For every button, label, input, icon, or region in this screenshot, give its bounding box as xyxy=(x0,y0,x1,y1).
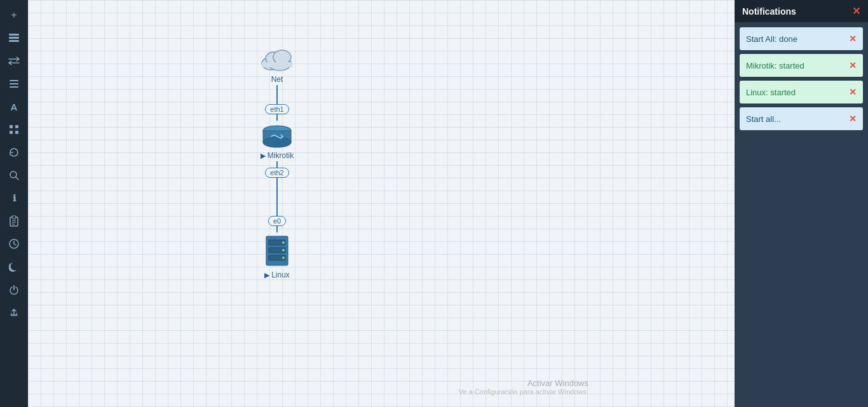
power-icon[interactable] xyxy=(3,279,25,300)
export-icon[interactable] xyxy=(3,302,25,323)
notification-close-3[interactable]: ✕ xyxy=(849,87,857,97)
watermark-line1: Activar Windows xyxy=(459,378,588,388)
arrows-icon[interactable] xyxy=(3,51,25,71)
svg-rect-7 xyxy=(15,125,18,128)
clock-icon[interactable] xyxy=(3,234,25,254)
svg-rect-24 xyxy=(262,62,292,67)
line-cloud-eth1 xyxy=(276,85,278,104)
svg-rect-1 xyxy=(9,37,19,39)
svg-rect-0 xyxy=(9,34,19,36)
svg-rect-2 xyxy=(9,40,19,42)
notifications-list: Start All: done ✕ Mikrotik: started ✕ Li… xyxy=(735,22,868,135)
windows-watermark: Activar Windows Ve a Configuración para … xyxy=(459,378,588,396)
notification-item-4: Start all... ✕ xyxy=(740,107,863,130)
svg-point-23 xyxy=(273,50,291,64)
cloud-label: Net xyxy=(271,75,283,84)
svg-point-32 xyxy=(282,241,285,244)
svg-rect-8 xyxy=(10,131,13,134)
notification-close-2[interactable]: ✕ xyxy=(849,60,857,70)
svg-line-11 xyxy=(16,177,18,180)
notification-close-1[interactable]: ✕ xyxy=(849,34,857,44)
notification-item-3: Linux: started ✕ xyxy=(740,81,863,103)
notification-item-1: Start All: done ✕ xyxy=(740,27,863,50)
notifications-close-button[interactable]: ✕ xyxy=(852,5,860,17)
port-eth2: eth2 xyxy=(265,168,288,178)
svg-point-34 xyxy=(282,257,285,259)
svg-rect-6 xyxy=(10,125,13,128)
main-canvas[interactable]: Net eth1 ▶ Mikrotik xyxy=(28,0,735,407)
server-label: Linux xyxy=(271,270,290,279)
list-icon[interactable] xyxy=(3,74,25,94)
svg-point-27 xyxy=(263,137,291,147)
clipboard-icon[interactable] xyxy=(3,211,25,231)
svg-rect-13 xyxy=(12,216,16,218)
sidebar: + A xyxy=(0,0,28,407)
svg-rect-5 xyxy=(10,86,18,88)
port-e0: e0 xyxy=(268,216,286,226)
refresh-icon[interactable] xyxy=(3,142,25,163)
layers-icon[interactable] xyxy=(3,28,25,48)
svg-rect-9 xyxy=(15,131,18,134)
router-label: Mikrotik xyxy=(268,151,294,160)
line-eth1-router xyxy=(276,114,278,121)
notification-item-2: Mikrotik: started ✕ xyxy=(740,54,863,77)
cloud-node: Net xyxy=(257,44,297,85)
notifications-panel: Notifications ✕ Start All: done ✕ Mikrot… xyxy=(735,0,868,407)
notification-text-4: Start all... xyxy=(746,114,845,124)
server-node[interactable]: ▶ Linux xyxy=(262,232,292,281)
text-a-icon[interactable]: A xyxy=(3,97,25,117)
line-e0-server xyxy=(276,226,278,232)
zoom-icon[interactable] xyxy=(3,165,25,185)
port-eth1: eth1 xyxy=(265,104,288,114)
moon-icon[interactable] xyxy=(3,257,25,277)
topology-diagram: Net eth1 ▶ Mikrotik xyxy=(257,44,297,281)
notification-text-3: Linux: started xyxy=(746,88,845,97)
line-router-eth2 xyxy=(276,161,278,168)
svg-line-19 xyxy=(14,244,16,245)
watermark-line2: Ve a Configuración para activar Windows. xyxy=(459,388,588,396)
svg-point-33 xyxy=(282,249,285,251)
svg-rect-3 xyxy=(10,80,18,81)
router-node[interactable]: ▶ Mikrotik xyxy=(260,121,294,161)
add-icon[interactable]: + xyxy=(3,5,25,25)
notification-close-4[interactable]: ✕ xyxy=(849,114,857,124)
info-icon[interactable]: ℹ xyxy=(3,188,25,208)
svg-rect-4 xyxy=(10,83,18,84)
notifications-header: Notifications ✕ xyxy=(735,0,868,22)
line-eth2-e0 xyxy=(276,178,278,216)
grid-icon[interactable] xyxy=(3,119,25,140)
notifications-title: Notifications xyxy=(742,6,796,17)
notification-text-2: Mikrotik: started xyxy=(746,61,845,70)
notification-text-1: Start All: done xyxy=(746,34,845,44)
